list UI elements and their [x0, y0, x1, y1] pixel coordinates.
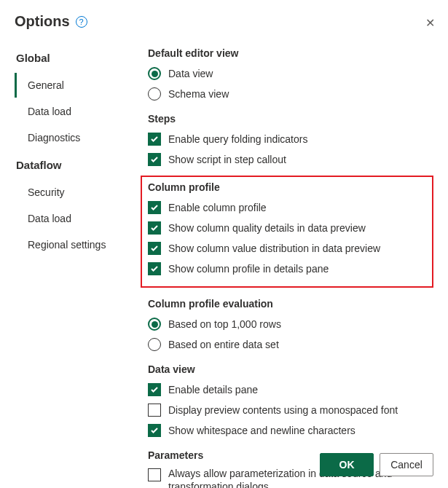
radio-icon [148, 338, 161, 351]
check-enable-details-pane[interactable]: Enable details pane [148, 381, 433, 398]
check-monospaced-font[interactable]: Display preview contents using a monospa… [148, 401, 433, 419]
sidebar-item-data-load[interactable]: Data load [15, 99, 127, 124]
radio-icon [148, 318, 161, 331]
check-column-profile-details-pane[interactable]: Show column profile in details pane [148, 260, 425, 278]
sidebar: Global General Data load Diagnostics Dat… [7, 37, 127, 488]
checkbox-icon [148, 468, 161, 481]
sidebar-item-security[interactable]: Security [15, 180, 127, 205]
sidebar-item-label: Diagnostics [28, 132, 80, 143]
close-icon[interactable]: ✕ [425, 16, 435, 30]
help-icon[interactable]: ? [76, 16, 87, 28]
radio-icon [148, 67, 161, 80]
sidebar-item-label: General [28, 79, 64, 91]
check-column-quality-details[interactable]: Show column quality details in data prev… [148, 219, 425, 237]
radio-data-view[interactable]: Data view [148, 65, 433, 82]
option-label: Display preview contents using a monospa… [168, 404, 398, 417]
radio-schema-view[interactable]: Schema view [148, 85, 433, 103]
dialog-footer: OK Cancel [320, 453, 433, 476]
checkbox-icon [148, 133, 161, 146]
check-show-script-callout[interactable]: Show script in step callout [148, 151, 433, 168]
option-label: Enable details pane [168, 383, 258, 396]
checkbox-icon [148, 242, 161, 255]
option-label: Show column quality details in data prev… [168, 221, 366, 235]
button-label: Cancel [390, 459, 423, 471]
option-label: Enable query folding indicators [168, 133, 307, 146]
checkbox-icon [148, 404, 161, 417]
check-column-value-distribution[interactable]: Show column value distribution in data p… [148, 240, 425, 257]
checkbox-icon [148, 383, 161, 396]
option-label: Schema view [168, 87, 229, 101]
option-label: Based on entire data set [168, 338, 279, 351]
radio-top-1000-rows[interactable]: Based on top 1,000 rows [148, 315, 433, 333]
sidebar-item-diagnostics[interactable]: Diagnostics [15, 125, 127, 150]
section-data-view: Data view [148, 363, 433, 375]
dialog-title: Options [15, 13, 70, 30]
section-column-profile-evaluation: Column profile evaluation [148, 298, 433, 310]
sidebar-item-label: Regional settings [28, 239, 106, 251]
section-default-editor-view: Default editor view [148, 47, 433, 59]
option-label: Show column profile in details pane [168, 262, 329, 275]
button-label: OK [339, 459, 355, 471]
checkbox-icon [148, 201, 161, 214]
checkbox-icon [148, 262, 161, 275]
section-steps: Steps [148, 113, 433, 125]
checkbox-icon [148, 153, 161, 166]
sidebar-item-label: Data load [28, 106, 71, 117]
section-column-profile: Column profile [148, 181, 425, 193]
option-label: Data view [168, 67, 213, 80]
option-label: Enable column profile [168, 201, 267, 214]
sidebar-item-data-load-dataflow[interactable]: Data load [15, 206, 127, 231]
option-label: Show column value distribution in data p… [168, 242, 380, 255]
sidebar-group-global: Global [15, 44, 127, 73]
content-panel: Default editor view Data view Schema vie… [127, 37, 441, 488]
radio-icon [148, 87, 161, 101]
sidebar-item-general[interactable]: General [15, 73, 127, 98]
check-enable-query-folding[interactable]: Enable query folding indicators [148, 130, 433, 148]
option-label: Based on top 1,000 rows [168, 318, 281, 331]
option-label: Show script in step callout [168, 153, 286, 166]
sidebar-group-dataflow: Dataflow [15, 151, 127, 180]
ok-button[interactable]: OK [320, 453, 374, 476]
checkbox-icon [148, 424, 161, 437]
check-whitespace-newlines[interactable]: Show whitespace and newline characters [148, 422, 433, 439]
sidebar-item-regional-settings[interactable]: Regional settings [15, 232, 127, 257]
sidebar-item-label: Security [28, 186, 65, 198]
option-label: Show whitespace and newline characters [168, 424, 355, 437]
check-enable-column-profile[interactable]: Enable column profile [148, 199, 425, 216]
checkbox-icon [148, 221, 161, 235]
sidebar-item-label: Data load [28, 213, 71, 224]
radio-entire-data-set[interactable]: Based on entire data set [148, 336, 433, 353]
cancel-button[interactable]: Cancel [380, 453, 433, 476]
highlight-column-profile: Column profile Enable column profile Sho… [141, 176, 433, 288]
